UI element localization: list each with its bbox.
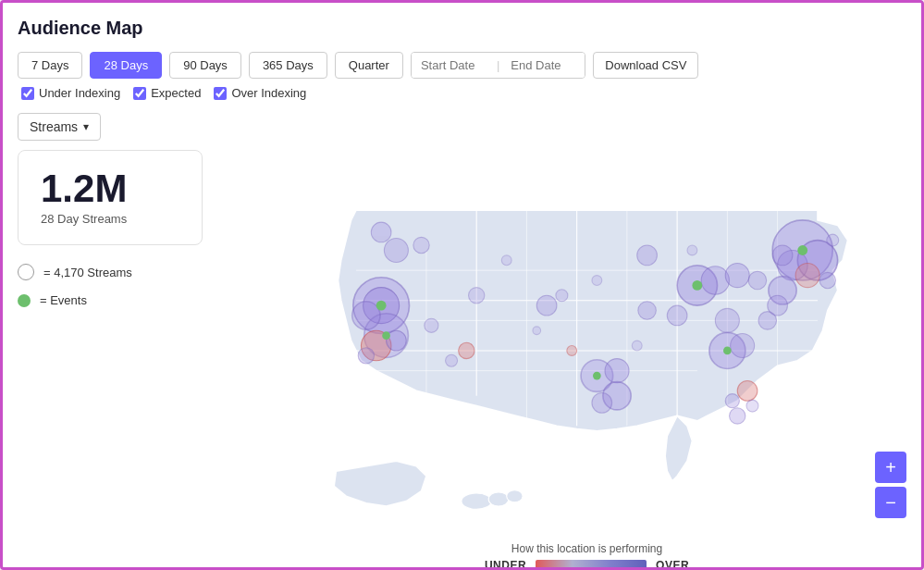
svg-point-55 bbox=[758, 312, 777, 330]
svg-point-48 bbox=[737, 380, 758, 401]
page-title: Audience Map bbox=[18, 18, 906, 39]
checkbox-over-indexing[interactable]: Over Indexing bbox=[214, 86, 306, 100]
svg-point-51 bbox=[730, 408, 745, 424]
audience-map-svg[interactable] bbox=[267, 150, 906, 531]
svg-point-41 bbox=[795, 264, 819, 288]
toolbar: 7 Days 28 Days 90 Days 365 Days Quarter … bbox=[18, 52, 906, 100]
svg-point-29 bbox=[446, 354, 458, 366]
expected-label: Expected bbox=[151, 86, 201, 100]
svg-point-24 bbox=[413, 237, 429, 253]
legend-bar-title: How this location is performing bbox=[267, 542, 906, 555]
over-indexing-checkbox[interactable] bbox=[214, 87, 227, 100]
end-date-input[interactable] bbox=[501, 53, 585, 78]
svg-point-25 bbox=[352, 302, 380, 329]
svg-point-67 bbox=[376, 301, 387, 311]
svg-point-2 bbox=[488, 492, 509, 506]
map-container: How this location is performing UNDER OV… bbox=[267, 150, 906, 570]
svg-point-60 bbox=[425, 318, 438, 332]
svg-point-59 bbox=[638, 302, 657, 320]
legend-bar-container: How this location is performing UNDER OV… bbox=[267, 542, 906, 570]
start-date-input[interactable] bbox=[412, 53, 495, 78]
over-indexing-label: Over Indexing bbox=[231, 86, 306, 100]
over-label: OVER bbox=[656, 559, 689, 570]
svg-point-65 bbox=[632, 341, 642, 351]
svg-point-61 bbox=[501, 255, 511, 266]
expected-checkbox[interactable] bbox=[133, 87, 146, 100]
legend-bar-labels: UNDER OVER bbox=[267, 559, 906, 570]
svg-point-62 bbox=[592, 276, 602, 286]
zoom-in-button[interactable]: + bbox=[875, 452, 906, 483]
svg-point-26 bbox=[536, 295, 557, 316]
main-container: Audience Map 7 Days 28 Days 90 Days 365 … bbox=[0, 0, 924, 570]
btn-7days[interactable]: 7 Days bbox=[18, 52, 82, 79]
svg-point-40 bbox=[772, 245, 793, 266]
svg-point-47 bbox=[731, 334, 755, 358]
date-range: | bbox=[411, 52, 585, 79]
svg-point-71 bbox=[723, 347, 732, 355]
left-panel: 1.2M 28 Day Streams = 4,170 Streams = Ev… bbox=[18, 150, 267, 570]
svg-point-33 bbox=[701, 266, 729, 294]
svg-point-42 bbox=[819, 272, 835, 288]
svg-point-27 bbox=[556, 290, 568, 302]
legend-events: = Events bbox=[18, 293, 253, 307]
svg-point-49 bbox=[725, 394, 739, 408]
btn-28days[interactable]: 28 Days bbox=[90, 52, 162, 79]
legend-event-icon bbox=[18, 294, 31, 307]
svg-point-69 bbox=[692, 280, 702, 291]
under-indexing-checkbox[interactable] bbox=[21, 87, 34, 100]
legend-events-label: = Events bbox=[40, 293, 87, 307]
svg-point-35 bbox=[725, 264, 749, 288]
stat-label: 28 Day Streams bbox=[41, 212, 179, 226]
svg-point-3 bbox=[507, 490, 523, 502]
legend-streams: = 4,170 Streams bbox=[18, 264, 253, 280]
svg-point-68 bbox=[382, 331, 390, 340]
svg-point-58 bbox=[469, 288, 485, 304]
svg-point-31 bbox=[605, 359, 629, 383]
svg-point-22 bbox=[358, 348, 374, 364]
zoom-out-button[interactable]: − bbox=[875, 487, 906, 518]
btn-quarter[interactable]: Quarter bbox=[335, 52, 403, 79]
download-csv-button[interactable]: Download CSV bbox=[593, 52, 698, 79]
under-label: UNDER bbox=[485, 559, 526, 570]
svg-point-23 bbox=[384, 238, 408, 262]
svg-point-43 bbox=[827, 234, 839, 246]
checkbox-expected[interactable]: Expected bbox=[133, 86, 201, 100]
svg-point-72 bbox=[593, 372, 601, 380]
btn-365days[interactable]: 365 Days bbox=[249, 52, 327, 79]
svg-point-28 bbox=[459, 342, 474, 358]
date-separator: | bbox=[495, 58, 501, 72]
svg-point-56 bbox=[667, 305, 687, 326]
stat-card: 1.2M 28 Day Streams bbox=[18, 150, 203, 245]
svg-point-64 bbox=[687, 245, 697, 255]
chevron-down-icon: ▾ bbox=[83, 120, 89, 133]
legend-circle-icon bbox=[18, 264, 34, 280]
svg-point-1 bbox=[462, 493, 492, 509]
svg-point-34 bbox=[637, 245, 658, 266]
svg-point-63 bbox=[567, 346, 577, 356]
legend-streams-label: = 4,170 Streams bbox=[43, 266, 132, 279]
checkbox-group: Under Indexing Expected Over Indexing bbox=[21, 86, 306, 100]
svg-point-54 bbox=[715, 308, 739, 332]
streams-dropdown[interactable]: Streams ▾ bbox=[18, 113, 101, 141]
svg-point-57 bbox=[371, 222, 391, 242]
svg-point-53 bbox=[592, 392, 612, 413]
svg-point-50 bbox=[746, 400, 758, 412]
btn-90days[interactable]: 90 Days bbox=[169, 52, 241, 79]
stat-value: 1.2M bbox=[41, 169, 179, 208]
svg-point-70 bbox=[797, 245, 807, 255]
zoom-controls: + − bbox=[875, 452, 906, 518]
legend-gradient-bar bbox=[536, 560, 647, 570]
svg-point-36 bbox=[748, 271, 767, 290]
under-indexing-label: Under Indexing bbox=[39, 86, 120, 100]
checkbox-under-indexing[interactable]: Under Indexing bbox=[21, 86, 120, 100]
streams-dropdown-label: Streams bbox=[30, 119, 78, 134]
svg-point-66 bbox=[533, 327, 541, 335]
content-area: 1.2M 28 Day Streams = 4,170 Streams = Ev… bbox=[18, 150, 906, 570]
